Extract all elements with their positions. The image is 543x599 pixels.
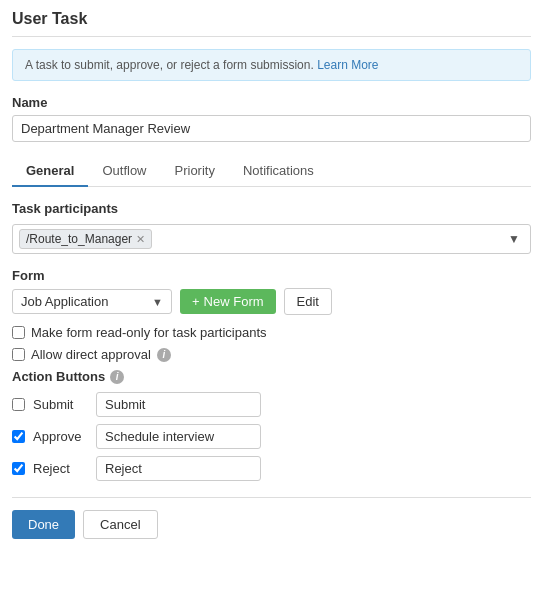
form-row: Job Application ▼ + New Form Edit [12,288,531,315]
info-text: A task to submit, approve, or reject a f… [25,58,314,72]
new-form-button[interactable]: + New Form [180,289,276,314]
form-chevron-icon: ▼ [152,296,163,308]
reject-action-label: Reject [33,461,88,476]
action-buttons-section: Action Buttons i Submit Approve Reject [12,369,531,481]
done-button[interactable]: Done [12,510,75,539]
form-selected-value: Job Application [21,294,108,309]
page-title: User Task [12,10,531,37]
approve-action-label: Approve [33,429,88,444]
new-form-label: New Form [204,294,264,309]
submit-checkbox[interactable] [12,398,25,411]
reject-action-input[interactable] [96,456,261,481]
new-form-plus: + [192,294,200,309]
action-buttons-help-icon: i [110,370,124,384]
tab-outflow[interactable]: Outflow [88,156,160,187]
direct-approval-checkbox-row: Allow direct approval i [12,347,531,362]
readonly-checkbox-row: Make form read-only for task participant… [12,325,531,340]
submit-action-row: Submit [12,392,531,417]
tabs-container: General Outflow Priority Notifications [12,156,531,187]
tag-text: /Route_to_Manager [26,232,132,246]
direct-approval-help-icon: i [157,348,171,362]
edit-button[interactable]: Edit [284,288,332,315]
direct-approval-checkbox[interactable] [12,348,25,361]
readonly-label: Make form read-only for task participant… [31,325,267,340]
name-input[interactable] [12,115,531,142]
name-label: Name [12,95,531,110]
form-select[interactable]: Job Application ▼ [12,289,172,314]
participants-input[interactable] [156,230,504,249]
approve-action-input[interactable] [96,424,261,449]
cancel-button[interactable]: Cancel [83,510,157,539]
tab-notifications[interactable]: Notifications [229,156,328,187]
reject-action-row: Reject [12,456,531,481]
tab-priority[interactable]: Priority [161,156,229,187]
participants-row: /Route_to_Manager ✕ ▼ [12,224,531,254]
participants-dropdown-icon[interactable]: ▼ [504,230,524,248]
participant-tag: /Route_to_Manager ✕ [19,229,152,249]
tag-remove-icon[interactable]: ✕ [136,233,145,246]
reject-checkbox[interactable] [12,462,25,475]
submit-action-label: Submit [33,397,88,412]
submit-action-input[interactable] [96,392,261,417]
participants-label: Task participants [12,201,531,216]
approve-checkbox[interactable] [12,430,25,443]
info-banner: A task to submit, approve, or reject a f… [12,49,531,81]
bottom-buttons: Done Cancel [12,510,531,539]
bottom-divider [12,497,531,498]
action-buttons-header: Action Buttons i [12,369,531,384]
direct-approval-label: Allow direct approval [31,347,151,362]
readonly-checkbox[interactable] [12,326,25,339]
form-label: Form [12,268,531,283]
page-container: User Task A task to submit, approve, or … [0,0,543,551]
tab-general[interactable]: General [12,156,88,187]
approve-action-row: Approve [12,424,531,449]
learn-more-link[interactable]: Learn More [317,58,378,72]
action-buttons-label: Action Buttons [12,369,105,384]
